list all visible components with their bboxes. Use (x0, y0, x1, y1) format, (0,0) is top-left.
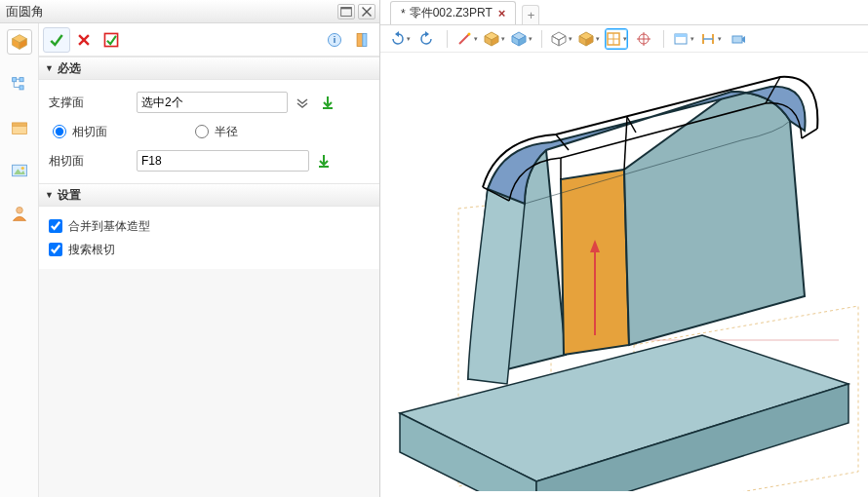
wand-icon (456, 31, 472, 47)
check-box-icon (102, 31, 120, 49)
svg-marker-36 (552, 36, 559, 46)
target-icon (636, 31, 651, 47)
radius-radio[interactable]: 半径 (195, 119, 238, 144)
support-face-dropdown[interactable] (292, 92, 313, 113)
wireframe-icon (551, 31, 567, 47)
picture-icon (11, 162, 28, 179)
camera-button[interactable] (727, 28, 750, 50)
cancel-button[interactable] (70, 27, 98, 53)
undercut-check-input[interactable] (49, 243, 62, 256)
svg-marker-26 (425, 31, 429, 37)
close-panel-button[interactable] (358, 4, 375, 19)
side-tab-user[interactable] (7, 201, 32, 226)
undo-icon (389, 31, 405, 47)
3d-viewport[interactable] (380, 53, 868, 497)
tangent-face-radio[interactable]: 相切面 (53, 119, 107, 144)
wire-cube-button[interactable]: ▾ (550, 28, 573, 50)
target-button[interactable] (632, 28, 655, 50)
section-required-header[interactable]: ▼ 必选 (39, 57, 379, 80)
svg-rect-9 (20, 86, 23, 90)
user-icon (11, 205, 28, 222)
undercut-check[interactable]: 搜索根切 (49, 238, 370, 261)
cube-gold-icon (578, 31, 594, 47)
right-panel: * 零件002.Z3PRT × + ▾ ▾ ▾ ▾ ▾ ▾ ▾ ▾ ▾ (380, 0, 868, 497)
model-render-icon (380, 53, 868, 491)
tab-active-document[interactable]: * 零件002.Z3PRT × (390, 1, 516, 24)
undercut-check-label: 搜索根切 (68, 242, 115, 258)
merge-check-input[interactable] (49, 219, 62, 233)
redo-icon (419, 31, 435, 47)
cube-blue-button[interactable]: ▾ (510, 28, 533, 50)
redo-view-button[interactable] (415, 28, 439, 50)
support-face-label: 支撑面 (49, 95, 137, 111)
info-icon: i (326, 31, 343, 49)
section-settings-label: 设置 (58, 187, 81, 204)
tangent-face-label: 相切面 (49, 153, 137, 170)
wand-button[interactable]: ▾ (455, 28, 479, 50)
radius-radio-label: 半径 (215, 124, 238, 140)
merge-check[interactable]: 合并到基体造型 (49, 214, 370, 238)
svg-marker-37 (559, 36, 566, 46)
panel-body: i ▼ 必选 支撑面 (0, 23, 379, 497)
svg-rect-7 (12, 78, 16, 82)
ok-button[interactable] (43, 27, 70, 53)
window-a-button[interactable]: ▾ (672, 28, 695, 50)
properties-panel: 面圆角 (0, 0, 380, 497)
side-tab-bar (0, 23, 39, 497)
chevron-down-icon: ▼ (45, 63, 54, 73)
preview-toggle-button[interactable] (348, 27, 375, 53)
section-required: ▼ 必选 支撑面 (39, 57, 379, 183)
cube-icon (484, 31, 499, 47)
double-chevron-icon (296, 96, 309, 109)
info-button[interactable]: i (321, 27, 348, 53)
svg-rect-8 (20, 78, 23, 82)
svg-rect-22 (363, 33, 367, 46)
section-required-body: 支撑面 (39, 80, 379, 183)
grid-toggle-button[interactable]: ▾ (605, 28, 628, 50)
box-orange-icon (11, 119, 28, 136)
svg-marker-25 (395, 31, 399, 37)
dimension-icon (700, 31, 716, 47)
support-face-commit[interactable] (317, 92, 338, 113)
merge-check-label: 合并到基体造型 (68, 218, 150, 235)
svg-point-14 (20, 167, 23, 170)
radius-radio-input[interactable] (195, 125, 209, 138)
dirty-marker: * (401, 7, 406, 20)
side-tab-box[interactable] (7, 115, 32, 140)
commit-green-icon (320, 95, 335, 110)
side-tab-feature[interactable] (7, 29, 32, 55)
tangent-face-commit[interactable] (313, 150, 335, 172)
plus-icon: + (528, 8, 535, 22)
document-tab-bar: * 零件002.Z3PRT × + (380, 0, 868, 25)
grid-icon (606, 31, 621, 47)
section-settings: ▼ 设置 合并到基体造型 搜索根切 (39, 183, 379, 269)
svg-point-28 (468, 32, 471, 35)
chevron-down-icon: ▼ (45, 190, 54, 200)
undo-view-button[interactable]: ▾ (388, 28, 412, 50)
cube-yellow-button[interactable]: ▾ (483, 28, 506, 50)
tangent-face-radio-label: 相切面 (72, 124, 107, 140)
add-tab-button[interactable]: + (522, 5, 539, 24)
minimize-button[interactable] (337, 4, 355, 19)
commit-green-icon (316, 153, 332, 169)
svg-rect-1 (341, 7, 352, 9)
tab-close-button[interactable]: × (498, 8, 506, 19)
section-required-label: 必选 (58, 60, 81, 77)
view-toolbar: ▾ ▾ ▾ ▾ ▾ ▾ ▾ ▾ ▾ (380, 25, 868, 53)
check-green-icon (48, 31, 65, 49)
gold-cube-button[interactable]: ▾ (577, 28, 601, 50)
section-settings-header[interactable]: ▼ 设置 (39, 183, 379, 207)
svg-point-15 (16, 207, 22, 213)
panel-content: i ▼ 必选 支撑面 (39, 23, 379, 497)
side-tab-image[interactable] (7, 158, 32, 183)
tangent-face-radio-input[interactable] (53, 125, 66, 138)
cube-gold-icon (11, 33, 28, 51)
svg-rect-48 (675, 34, 687, 37)
tab-label: 零件002.Z3PRT (410, 5, 493, 21)
dim-button[interactable]: ▾ (699, 28, 723, 50)
side-tab-tree[interactable] (7, 72, 32, 97)
support-face-input[interactable] (137, 92, 288, 113)
x-red-icon (75, 31, 93, 49)
apply-button[interactable] (98, 27, 125, 53)
tangent-face-input[interactable] (137, 150, 309, 172)
